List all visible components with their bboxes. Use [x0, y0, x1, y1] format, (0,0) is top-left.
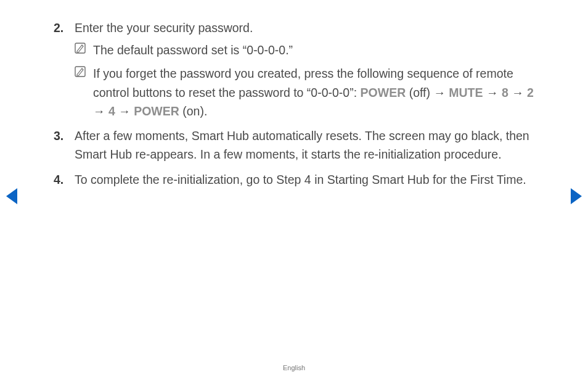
arrow-3: →	[512, 86, 524, 99]
step-2-notes: The default password set is “0-0-0-0.” I…	[75, 41, 548, 120]
txt-off: (off)	[406, 86, 433, 99]
prev-page-arrow[interactable]	[6, 188, 17, 204]
txt-on: (on).	[179, 104, 208, 118]
step-4: 4. To complete the re-initialization, go…	[54, 170, 548, 189]
step-text: Enter the your security password.	[75, 21, 253, 35]
step-text: After a few moments, Smart Hub automatic…	[75, 129, 529, 161]
note-default-password: The default password set is “0-0-0-0.”	[75, 41, 548, 59]
kw-power-off: POWER	[361, 86, 406, 99]
kw-2: 2	[527, 86, 534, 99]
step-number: 4.	[54, 170, 63, 189]
step-text: To complete the re-initialization, go to…	[75, 173, 526, 186]
next-page-arrow[interactable]	[571, 188, 582, 204]
step-number: 3.	[54, 126, 63, 145]
arrow-4: →	[93, 104, 105, 118]
footer-language: English	[0, 364, 588, 371]
arrow-2: →	[486, 86, 499, 99]
note-text-sequence: If you forget the password you created, …	[93, 67, 534, 117]
note-text: The default password set is “0-0-0-0.”	[93, 43, 293, 57]
step-number: 2.	[54, 19, 63, 37]
arrow-5: →	[118, 104, 131, 118]
note-reset-sequence: If you forget the password you created, …	[75, 64, 548, 120]
kw-4: 4	[108, 104, 115, 118]
arrow-1: →	[433, 86, 446, 99]
content-area: 2. Enter the your security password. The…	[54, 19, 548, 195]
kw-8: 8	[502, 86, 508, 99]
steps-list: 2. Enter the your security password. The…	[54, 19, 548, 189]
note-icon	[75, 43, 86, 54]
step-3: 3. After a few moments, Smart Hub automa…	[54, 126, 548, 164]
step-2: 2. Enter the your security password. The…	[54, 19, 548, 120]
kw-power-on: POWER	[134, 104, 179, 118]
kw-mute: MUTE	[449, 86, 483, 99]
note-icon	[75, 66, 86, 77]
manual-page: 2. Enter the your security password. The…	[0, 0, 588, 385]
